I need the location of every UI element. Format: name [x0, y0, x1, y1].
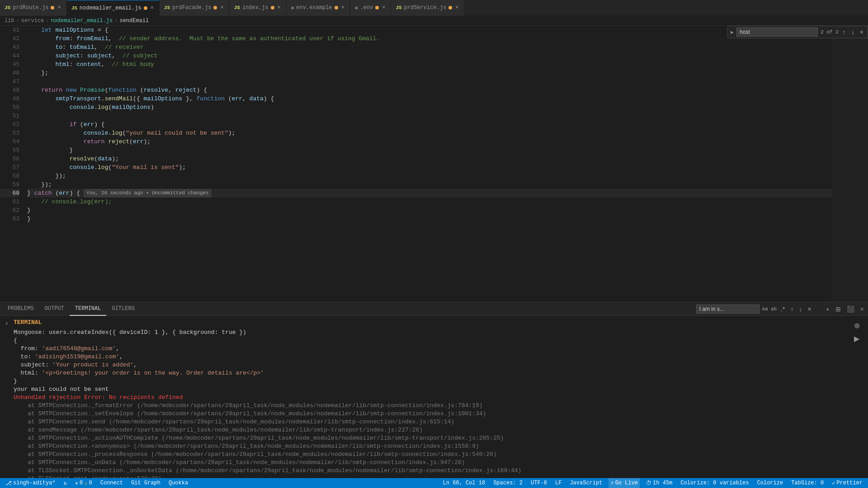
breadcrumb-service[interactable]: service	[21, 18, 44, 24]
panel-maximize[interactable]: ⬛	[845, 305, 856, 314]
terminal-line: at SMTPConnection.send (/home/mobcoder/s…	[14, 418, 850, 426]
js-icon: JS	[234, 5, 240, 10]
tab-gitlens[interactable]: GITLENS	[106, 302, 140, 316]
position-label: Ln 60, Col 18	[443, 480, 486, 486]
breadcrumb-symbol[interactable]: sendEmail	[119, 18, 149, 24]
prettier-btn[interactable]: ✓ Prettier	[830, 478, 864, 488]
line-number: 63	[0, 215, 19, 223]
tab-env[interactable]: ⚙ .env ×	[350, 0, 392, 16]
status-left: ⎇ singh-aditya* ↻ ✕ 0 ⚠ 0 Connect Git Gr…	[0, 478, 193, 488]
tab-env-example[interactable]: ⚙ env.example ×	[287, 0, 350, 16]
tab-close-btn[interactable]: ×	[277, 4, 282, 11]
env-icon: ⚙	[291, 5, 294, 11]
line-ending-label: LF	[555, 480, 561, 486]
tab-label: nodemailer_email.js	[80, 5, 142, 11]
find-icon: ▶	[731, 29, 734, 36]
spaces-btn[interactable]: Spaces: 2	[491, 478, 524, 488]
terminal-find-close[interactable]: ×	[806, 305, 812, 313]
code-line-60: } catch (err) { You, 26 seconds ago • Un…	[27, 189, 832, 197]
warning-count: 0	[89, 480, 92, 486]
tab-size-btn[interactable]: TabSize: 0	[789, 478, 826, 488]
panel-close[interactable]: ×	[859, 305, 866, 314]
code-line-44: subject: subject, // subject	[27, 52, 832, 60]
line-number: 45	[0, 60, 19, 69]
line-ending-btn[interactable]: LF	[553, 478, 563, 488]
line-number: 50	[0, 103, 19, 112]
spaces-label: Spaces: 2	[493, 480, 523, 486]
terminal-right-icons: ⊕ ▶	[850, 319, 863, 475]
git-graph-label: Git Graph	[131, 480, 160, 486]
terminal-find-input[interactable]	[696, 305, 760, 314]
tab-close-btn[interactable]: ×	[57, 4, 61, 11]
code-line-53: console.log("your mail could not be sent…	[27, 129, 832, 137]
tab-close-btn[interactable]: ×	[454, 4, 459, 11]
editor-area: ▶ 2 of 2 ↑ ↓ × 41 42 43 44 45 46 47 48 4…	[0, 26, 868, 302]
line-number: 49	[0, 94, 19, 103]
modified-dot	[144, 6, 147, 10]
terminal-collapse-icon[interactable]: ›	[5, 319, 14, 328]
terminal-find-prev[interactable]: ↑	[789, 305, 795, 313]
code-line-47	[27, 77, 832, 86]
error-count: 0	[80, 480, 83, 486]
terminal-icon-1[interactable]: ⊕	[852, 320, 862, 331]
tab-problems[interactable]: PROBLEMS	[2, 302, 39, 316]
colorize2-btn[interactable]: Colorize	[755, 478, 785, 488]
tab-prdService[interactable]: JS prdService.js ×	[391, 0, 464, 16]
line-number: 42	[0, 34, 19, 43]
tab-close-btn[interactable]: ×	[150, 5, 155, 12]
terminal-find-next[interactable]: ↓	[797, 305, 803, 313]
breadcrumb: lib › service › nodemailer_email.js › se…	[0, 16, 868, 26]
terminal-find-regex[interactable]: .*	[779, 305, 786, 313]
git-branch[interactable]: ⎇ singh-aditya*	[4, 478, 57, 488]
line-number: 48	[0, 86, 19, 94]
time-label: 1h 45m	[653, 480, 672, 486]
tab-prdRoute[interactable]: JS prdRoute.js ×	[0, 0, 67, 16]
encoding-btn[interactable]: UTF-8	[529, 478, 549, 488]
status-right: Ln 60, Col 18 Spaces: 2 UTF-8 LF JavaScr…	[438, 478, 868, 488]
terminal-line: at SMTPConnection._setEnvelope (/home/mo…	[14, 410, 850, 418]
git-graph-btn[interactable]: Git Graph	[129, 478, 162, 488]
modified-dot	[448, 6, 452, 9]
find-close-btn[interactable]: ×	[859, 28, 865, 36]
time-btn[interactable]: ⏱ 1h 45m	[644, 478, 674, 488]
code-line-51	[27, 112, 832, 120]
tab-close-btn[interactable]: ×	[219, 4, 224, 11]
go-live-btn[interactable]: ⚡ Go Live	[609, 478, 640, 488]
find-next-btn[interactable]: ↓	[850, 28, 856, 36]
breadcrumb-file[interactable]: nodemailer_email.js	[51, 18, 113, 24]
panel-split[interactable]: ⊞	[834, 305, 843, 314]
tab-output[interactable]: OUTPUT	[39, 302, 70, 316]
code-line-57: console.log("Your mail is sent");	[27, 163, 832, 172]
tab-nodemailer-email[interactable]: JS nodemailer_email.js ×	[67, 0, 160, 16]
breadcrumb-lib[interactable]: lib	[5, 18, 14, 24]
tab-close-btn[interactable]: ×	[381, 4, 386, 11]
colorize-btn[interactable]: Colorize: 0 variables	[679, 478, 750, 488]
find-bar: ▶ 2 of 2 ↑ ↓ ×	[727, 26, 868, 38]
language-btn[interactable]: JavaScript	[568, 478, 604, 488]
sync-icon-btn[interactable]: ↻	[62, 478, 69, 488]
connect-btn[interactable]: Connect	[99, 478, 125, 488]
position-btn[interactable]: Ln 60, Col 18	[441, 478, 487, 488]
find-input[interactable]	[736, 28, 818, 37]
code-content[interactable]: let mailOptions = { from: fromEmail, // …	[25, 26, 832, 302]
modified-dot	[213, 6, 217, 9]
tab-prdFacade[interactable]: JS prdFacade.js ×	[160, 0, 230, 16]
tab-index[interactable]: JS index.js ×	[230, 0, 287, 16]
modified-dot	[271, 6, 274, 9]
terminal-icon-2[interactable]: ▶	[852, 333, 861, 344]
line-number: 59	[0, 180, 19, 189]
quokka-btn[interactable]: Quokka	[167, 478, 190, 488]
find-prev-btn[interactable]: ↑	[841, 28, 847, 36]
line-number: 52	[0, 120, 19, 129]
panel-add-terminal[interactable]: +	[824, 305, 831, 314]
terminal-line: from: 'aadi76548@gmail.com',	[14, 345, 850, 353]
code-line-43: to: toEmail, // receiver	[27, 43, 832, 52]
tab-label: env.example	[296, 5, 332, 11]
terminal-find-bar: Aa ab .* ↑ ↓ ×	[696, 305, 813, 314]
errors-btn[interactable]: ✕ 0 ⚠ 0	[73, 478, 94, 488]
terminal-content[interactable]: › TERMINAL Mongoose: users.createIndex({…	[0, 316, 868, 478]
line-number-active: 60	[0, 189, 19, 197]
tab-terminal[interactable]: TERMINAL	[70, 302, 107, 316]
code-line-46: };	[27, 69, 832, 77]
tab-close-btn[interactable]: ×	[340, 4, 345, 11]
